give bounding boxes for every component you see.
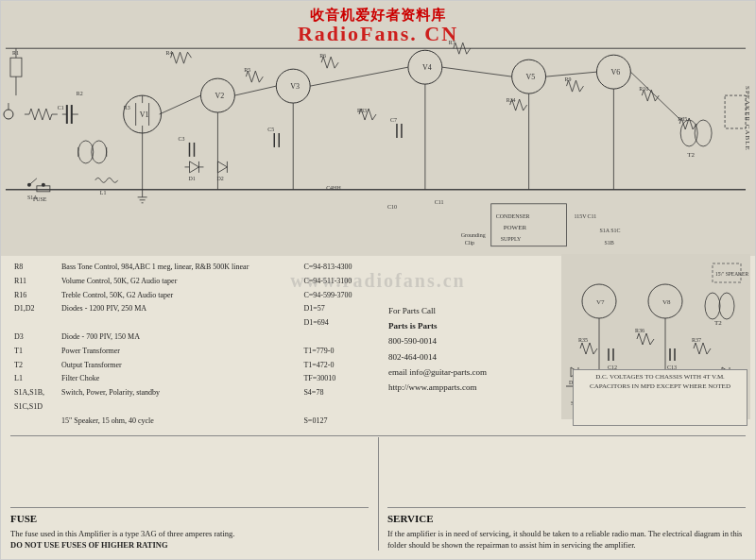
voltage-box: D.C. VOLTAGES TO CHASSIS WITH 4T V.M. CA… (573, 369, 747, 426)
svg-text:R2: R2 (77, 91, 83, 96)
svg-text:V2: V2 (215, 92, 224, 100)
desc-cell: Filter Choke (58, 372, 300, 386)
svg-text:C10: C10 (387, 204, 397, 210)
watermark-main: RadioFans. CN (298, 22, 458, 46)
svg-text:C11: C11 (587, 213, 596, 219)
table-row: T2 Output Transformer T1=472-0 (10, 359, 369, 373)
svg-text:R4: R4 (166, 50, 173, 56)
parts-call-box: For Parts Call Parts is Parts 800-590-00… (388, 303, 487, 395)
part-cell: T1=472-0 (300, 359, 369, 373)
svg-text:V7: V7 (596, 298, 605, 306)
table-row: S1A,S1B, Switch, Power, Polarity, standb… (10, 386, 369, 400)
parts-phone1: 800-590-0014 (388, 333, 487, 348)
fuse-section: FUSE The fuse used in this Amplifier is … (10, 507, 369, 552)
table-row: T1 Power Transformer T1=779-0 (10, 345, 369, 359)
svg-text:R6: R6 (319, 53, 326, 59)
component-info-section: R8 Bass Tone Control, 984,ABC 1 meg, lin… (10, 261, 369, 429)
svg-text:FUSE: FUSE (33, 196, 47, 202)
svg-text:R5: R5 (244, 67, 250, 73)
svg-text:S1A   S1C: S1A S1C (599, 228, 620, 233)
parts-line2: Parts is Parts (388, 318, 487, 333)
svg-text:C3: C3 (179, 136, 185, 142)
part-cell: C=94-813-4300 (300, 261, 369, 275)
ref-cell: S1A,S1B, (10, 386, 58, 400)
fuse-text-content: The fuse used in this Amplifier is a typ… (10, 529, 234, 538)
parts-url: http://www.ampparts.com (388, 380, 487, 395)
bottom-section: FUSE The fuse used in this Amplifier is … (10, 507, 746, 552)
service-title: SERVICE (387, 513, 746, 524)
fuse-warning: DO NOT USE FUSES OF HIGHER RATING (10, 540, 168, 550)
part-cell: S4=78 (300, 386, 369, 400)
table-row: R16 Treble Control, 50K, G2 Audio taper … (10, 289, 369, 303)
svg-text:T2: T2 (714, 319, 722, 327)
svg-text:S1B: S1B (604, 240, 613, 246)
voltage-note-text: D.C. VOLTAGES TO CHASSIS WITH 4T V.M. CA… (576, 373, 744, 392)
desc-cell: Power Transformer (58, 345, 300, 359)
svg-text:Clip: Clip (465, 240, 474, 246)
speaker-cable-label: SPEAKER CABLE (744, 86, 751, 151)
ref-cell: R11 (10, 275, 58, 289)
svg-text:R34: R34 (507, 97, 516, 103)
part-cell: C=94-599-3700 (300, 289, 369, 303)
svg-text:R33: R33 (357, 108, 367, 113)
part-cell: D1=694 (300, 316, 369, 331)
svg-text:D1: D1 (189, 176, 196, 181)
svg-text:D2: D2 (216, 176, 223, 181)
svg-text:115V: 115V (574, 213, 587, 219)
ref-cell: L1 (10, 372, 58, 386)
svg-text:V4: V4 (422, 63, 432, 72)
part-cell: C=94-511-3100 (300, 275, 369, 289)
ref-cell: R16 (10, 289, 58, 303)
service-text: If the amplifier is in need of servicing… (387, 528, 746, 552)
desc-cell: Diode - 700 PIV, 150 MA (58, 331, 300, 345)
desc-cell: Volume Control, 50K, G2 Audio taper (58, 275, 300, 289)
svg-text:R37: R37 (692, 337, 701, 343)
component-table: R8 Bass Tone Control, 984,ABC 1 meg, lin… (10, 261, 369, 429)
ref-cell: D3 (10, 331, 58, 345)
svg-text:R10: R10 (639, 86, 648, 92)
svg-text:R36: R36 (635, 328, 644, 333)
desc-cell: Output Transformer (58, 359, 300, 373)
fuse-title: FUSE (10, 513, 369, 524)
parts-heading: For Parts Call (388, 303, 487, 318)
svg-text:C11: C11 (435, 199, 444, 205)
ref-cell: T1 (10, 345, 58, 359)
desc-cell: Switch, Power, Polarity, standby (58, 386, 300, 400)
svg-text:V8: V8 (662, 298, 671, 306)
desc-cell: Bass Tone Control, 984,ABC 1 meg, linear… (58, 261, 300, 275)
svg-text:T2: T2 (687, 151, 695, 159)
desc-cell: 15" Speaker, 15 ohm, 40 cycle (58, 415, 300, 429)
table-row: D1=694 (10, 316, 369, 331)
table-row: D1,D2 Diodes - 1200 PIV, 250 MA D1=57 (10, 302, 369, 316)
ref-cell: S1C,S1D (10, 400, 58, 415)
table-row: R8 Bass Tone Control, 984,ABC 1 meg, lin… (10, 261, 369, 275)
svg-point-75 (27, 183, 31, 187)
svg-point-76 (42, 183, 45, 187)
svg-text:V6: V6 (610, 68, 620, 76)
ref-cell: R8 (10, 261, 58, 275)
desc-cell: Treble Control, 50K, G2 Audio taper (58, 289, 300, 303)
svg-text:V3: V3 (290, 82, 300, 91)
service-section: SERVICE If the amplifier is in need of s… (387, 507, 746, 552)
part-cell: TF=30010 (300, 372, 369, 386)
svg-text:R3: R3 (124, 105, 130, 110)
svg-text:R35: R35 (678, 116, 687, 122)
table-row: R11 Volume Control, 50K, G2 Audio taper … (10, 275, 369, 289)
svg-text:C1: C1 (58, 105, 64, 110)
svg-text:R35: R35 (578, 337, 588, 343)
part-cell: S=0127 (300, 415, 369, 429)
table-row: S1C,S1D (10, 400, 369, 415)
page-container: 收音机爱好者资料库 RadioFans. CN www.radiofans.cn… (0, 0, 756, 560)
svg-text:C7: C7 (390, 117, 397, 123)
svg-text:V1: V1 (140, 110, 149, 119)
svg-text:15\" SPEAKER: 15\" SPEAKER (715, 271, 748, 277)
svg-text:C4HH: C4HH (326, 185, 341, 191)
table-row: 15" Speaker, 15 ohm, 40 cycle S=0127 (10, 415, 369, 429)
horizontal-divider (10, 435, 746, 436)
parts-phone2: 802-464-0014 (388, 349, 487, 365)
part-cell: D1=57 (300, 302, 369, 316)
ref-cell: T2 (10, 359, 58, 373)
svg-text:Grounding: Grounding (461, 232, 486, 238)
part-cell: T1=779-0 (300, 345, 369, 359)
svg-text:CONDENSER: CONDENSER (496, 213, 530, 219)
